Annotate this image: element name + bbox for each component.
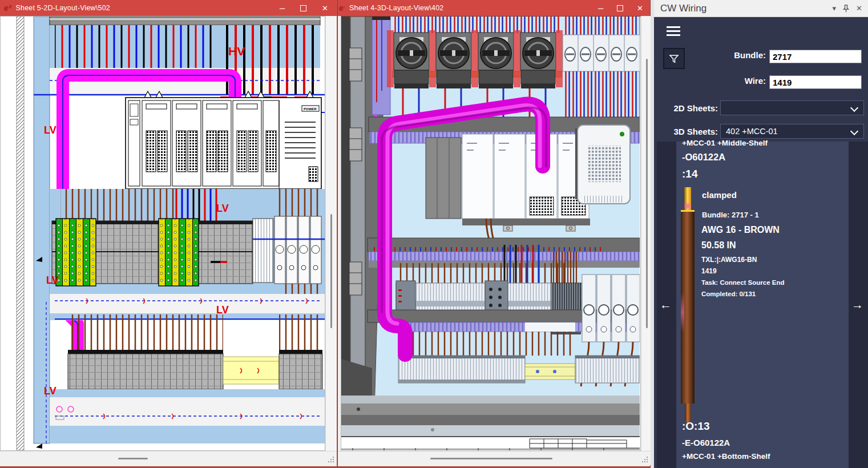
e3-logo-icon: e³ bbox=[4, 3, 11, 13]
wire-label: Wire: bbox=[700, 76, 766, 86]
wire-graphic-sheen bbox=[681, 292, 684, 332]
hv-label: HV bbox=[228, 45, 245, 58]
wire-gauge-color: AWG 16 - BROWN bbox=[701, 225, 780, 235]
maximize-icon[interactable] bbox=[300, 5, 306, 11]
din-rail-2d bbox=[223, 357, 279, 384]
dest-pin: :O:13 bbox=[682, 420, 710, 433]
bundle-info: Bundle: 2717 - 1 bbox=[702, 211, 759, 219]
terminal-strip-bottom bbox=[68, 350, 322, 389]
wire-graphic-glow bbox=[684, 202, 692, 210]
sheets-3d-dropdown[interactable]: 402 +MCC-01 bbox=[720, 124, 864, 139]
lv-label: LV bbox=[44, 124, 56, 136]
menu-icon[interactable] bbox=[667, 26, 680, 38]
vertical-wire-duct bbox=[34, 17, 50, 443]
close-icon[interactable]: ✕ bbox=[637, 5, 643, 12]
task-text: Task: Connect Source End bbox=[701, 279, 784, 286]
application-root: e³ Sheet 5-2D-Layout-View\502 ─ ✕ bbox=[0, 0, 868, 468]
dest-location: +MCC-01 +Bottom-Shelf bbox=[682, 452, 770, 461]
next-wire-arrow[interactable]: → bbox=[851, 298, 863, 312]
sheets-2d-dropdown[interactable] bbox=[720, 100, 864, 115]
sheets-2d-label: 2D Sheets: bbox=[659, 103, 718, 113]
filter-button[interactable] bbox=[663, 48, 685, 69]
lv-label: LV bbox=[216, 304, 229, 316]
lv-label: LV bbox=[46, 275, 59, 286]
lv-label: LV bbox=[44, 385, 56, 397]
window-title-2d: Sheet 5-2D-Layout-View\502 bbox=[15, 4, 110, 12]
panel-close-icon[interactable]: ✕ bbox=[856, 4, 862, 13]
drawing-canvas-2d[interactable]: HV bbox=[0, 16, 325, 451]
window-title-3d: Sheet 4-3D-Layout-View\402 bbox=[349, 4, 443, 12]
dropdown-arrow-icon[interactable]: ▾ bbox=[833, 4, 837, 13]
horizontal-scrollbar-2d[interactable] bbox=[0, 451, 337, 465]
cw-wiring-panel: CW Wiring ▾ ✕ Bundle: Wire: 2D Sheets: 3… bbox=[654, 0, 868, 468]
breaker-row-white bbox=[563, 35, 640, 117]
wire-length: 50.58 IN bbox=[701, 240, 736, 251]
window-2d-layout: e³ Sheet 5-2D-Layout-View\502 ─ ✕ bbox=[0, 0, 337, 468]
bundle-label: Bundle: bbox=[700, 50, 766, 60]
source-location: +MCC-01 +Middle-Shelf bbox=[682, 139, 768, 147]
din-rail-3d bbox=[525, 364, 575, 380]
chevron-down-icon bbox=[850, 104, 858, 112]
titlebar-3d[interactable]: e³ Sheet 4-3D-Layout-View\402 ─ ✕ bbox=[338, 0, 650, 16]
resize-grip[interactable] bbox=[641, 456, 648, 463]
3d-drawing bbox=[341, 17, 640, 450]
window-3d-layout: e³ Sheet 4-3D-Layout-View\402 ─ ✕ bbox=[337, 0, 651, 468]
panel-header[interactable]: CW Wiring ▾ ✕ bbox=[654, 0, 868, 17]
wire-input[interactable] bbox=[769, 75, 862, 89]
prev-wire-arrow[interactable]: ← bbox=[660, 298, 672, 312]
e3-logo-icon: e³ bbox=[339, 3, 345, 13]
sheets-3d-label: 3D Sheets: bbox=[659, 127, 718, 136]
resize-grip[interactable] bbox=[328, 456, 334, 463]
pin-icon[interactable] bbox=[842, 5, 850, 13]
drawing-title-block bbox=[341, 437, 640, 450]
sheets-3d-value: 402 +MCC-01 bbox=[726, 127, 778, 136]
source-pin: :14 bbox=[682, 168, 697, 180]
chevron-down-icon bbox=[850, 127, 858, 135]
2d-drawing: HV bbox=[1, 17, 325, 450]
minimize-icon[interactable]: ─ bbox=[598, 5, 603, 12]
horizontal-scrollbar-3d[interactable] bbox=[338, 451, 651, 465]
power-label: POWER bbox=[304, 107, 317, 111]
close-icon[interactable]: ✕ bbox=[322, 5, 328, 12]
dest-device: -E-O60122A bbox=[682, 438, 730, 447]
wire-type: TXL:|:AWG16-BN bbox=[701, 256, 757, 264]
maximize-icon[interactable] bbox=[617, 5, 623, 11]
wire-number: 1419 bbox=[701, 267, 717, 275]
panel-title: CW Wiring bbox=[660, 3, 706, 14]
titlebar-2d[interactable]: e³ Sheet 5-2D-Layout-View\502 ─ ✕ bbox=[0, 0, 337, 16]
lv-label: LV bbox=[216, 203, 229, 214]
source-device: -O60122A bbox=[682, 152, 725, 163]
sheet-frame-hatch bbox=[17, 17, 24, 450]
drawing-canvas-3d[interactable] bbox=[341, 16, 641, 451]
vertical-scrollbar-2d[interactable] bbox=[325, 16, 337, 451]
wire-status: clamped bbox=[702, 190, 737, 200]
plc-2d-drawing: POWER bbox=[126, 91, 321, 189]
funnel-icon bbox=[669, 54, 679, 63]
terminal-strip-middle bbox=[52, 219, 273, 286]
completed-text: Completed: 0/131 bbox=[701, 291, 756, 297]
bundle-input[interactable] bbox=[769, 50, 862, 63]
minimize-icon[interactable]: ─ bbox=[280, 5, 285, 12]
